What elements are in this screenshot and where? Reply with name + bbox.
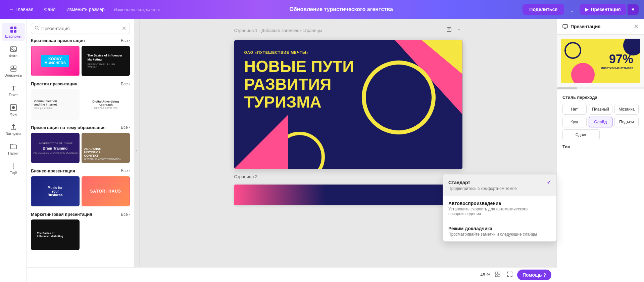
template-analyzing[interactable]: ANALYZINGHISTORICALCONTEXT HISTORY CLASS… — [82, 133, 130, 163]
dropdown-standard[interactable]: Стандарт ✓ Продвигайтесь в комфортном те… — [443, 174, 556, 196]
templates-grid-simple: Communicationand the Internet Slide pres… — [27, 89, 134, 119]
icon-sidebar: Шаблоны Фото Элементы — [0, 19, 27, 282]
text-icon — [9, 84, 17, 92]
file-menu-button[interactable]: Файл — [40, 5, 59, 14]
sidebar-item-elements[interactable]: Элементы — [2, 62, 25, 80]
resize-button[interactable]: Изменить размер — [62, 5, 109, 14]
section-all-creative[interactable]: Все › — [121, 38, 130, 43]
template-digital[interactable]: Digital AdvertisingApproach Type your su… — [82, 89, 130, 119]
transition-mosaic[interactable]: Мозаика — [614, 104, 639, 115]
templates-grid-creative: KOOKYMUNCHERS The Basics of Influencer M… — [27, 46, 134, 76]
background-icon — [9, 104, 17, 112]
slide1-pink-triangle — [234, 115, 288, 169]
chevron-right-icon-education: › — [129, 125, 130, 130]
template-influencer[interactable]: The Basics of Influencer Marketing PRESE… — [82, 46, 130, 76]
check-icon: ✓ — [547, 179, 551, 186]
transition-circle[interactable]: Круг — [562, 117, 587, 127]
section-title-education: Презентация на тему образования — [31, 125, 106, 130]
transition-none[interactable]: Нет — [562, 104, 587, 115]
sidebar-item-uploads[interactable]: Загрузки — [2, 120, 25, 138]
right-panel-title: Презентация — [562, 24, 600, 29]
section-header-marketing: Маркетинговая презентация Все › — [27, 212, 134, 217]
right-panel-header: Презентация ✕ — [557, 19, 644, 35]
slide2-partial[interactable] — [234, 185, 462, 205]
transition-smooth[interactable]: Плавный — [589, 104, 613, 115]
transition-lift[interactable]: Подъем — [614, 117, 639, 127]
section-simple: Простая презентация Все › Communicationa… — [27, 81, 134, 119]
template-basics2[interactable]: The Basics ofInfluencer Marketing — [31, 219, 80, 250]
transition-shift[interactable]: Сдвиг — [562, 129, 600, 140]
sidebar-item-more[interactable]: Ещё — [2, 159, 25, 177]
panel-collapse-handle[interactable]: ‹ — [134, 19, 140, 282]
download-button[interactable]: ↓ — [567, 4, 577, 15]
section-all-business[interactable]: Все › — [121, 168, 130, 173]
dropdown-presenter-title: Режим докладчика — [448, 226, 551, 231]
home-button[interactable]: ← Главная — [5, 5, 37, 14]
section-all-marketing[interactable]: Все › — [121, 212, 130, 217]
right-panel-close-button[interactable]: ✕ — [634, 23, 639, 30]
template-influencer-label: The Basics of Influencer Marketing — [88, 54, 124, 62]
sidebar-item-text[interactable]: Текст — [2, 81, 25, 99]
page1-label: Страница 1 - Добавьте заголовок страницы — [234, 28, 322, 33]
template-music[interactable]: Music forYourBusiness — [31, 176, 80, 206]
chevron-right-icon-business: › — [129, 168, 130, 173]
share-button[interactable]: Поделиться — [523, 4, 564, 15]
templates-grid-marketing: The Basics ofInfluencer Marketing — [27, 219, 134, 250]
presentation-type-dropdown: Стандарт ✓ Продвигайтесь в комфортном те… — [443, 174, 557, 242]
search-icon — [35, 26, 39, 32]
svg-point-11 — [13, 164, 14, 165]
slide1[interactable]: ОАО «ПУТЕШЕСТВИЕ МЕЧТЫ» НОВЫЕ ПУТИ РАЗВИ… — [234, 40, 462, 169]
section-all-simple[interactable]: Все › — [121, 82, 130, 86]
page-notes-button[interactable] — [444, 26, 454, 35]
slide1-container: ОАО «ПУТЕШЕСТВИЕ МЕЧТЫ» НОВЫЕ ПУТИ РАЗВИ… — [234, 40, 462, 169]
present-icon: ▶ — [585, 7, 589, 12]
section-business: Бизнес-презентация Все › Music forYourBu… — [27, 168, 134, 206]
chevron-right-icon-simple: › — [129, 82, 130, 86]
section-all-education[interactable]: Все › — [121, 125, 130, 130]
template-communication[interactable]: Communicationand the Internet Slide pres… — [31, 89, 80, 119]
panel-scrollbar[interactable] — [557, 87, 644, 89]
fullscreen-button[interactable] — [505, 270, 514, 280]
template-brain-label: Brain Training — [33, 146, 78, 150]
svg-point-6 — [11, 66, 13, 69]
sidebar-item-folders[interactable]: Папки — [2, 140, 25, 158]
thumb-circle-1 — [564, 42, 581, 59]
template-basics2-label: The Basics ofInfluencer Marketing — [37, 232, 73, 238]
page-expand-button[interactable]: ↑ — [456, 26, 462, 35]
transition-grid-row2: Круг Слайд Подъем — [562, 117, 639, 127]
page1-header: Страница 1 - Добавьте заголовок страницы… — [234, 26, 462, 35]
transition-grid-row3: Сдвиг — [562, 129, 639, 140]
sidebar-item-templates[interactable]: Шаблоны — [2, 23, 25, 41]
svg-rect-18 — [498, 272, 500, 274]
present-button[interactable]: ▶ Презентация — [580, 4, 626, 15]
present-dropdown-button[interactable]: ▼ — [628, 4, 639, 15]
search-clear-button[interactable]: ✕ — [122, 25, 126, 32]
template-influencer-sub: PRESENTED BY: JULIAN WALKER — [88, 63, 124, 68]
dropdown-presenter[interactable]: Режим докладчика Просматривайте заметки … — [443, 221, 556, 241]
sidebar-item-photo[interactable]: Фото — [2, 42, 25, 61]
svg-rect-16 — [563, 25, 567, 28]
template-brain[interactable]: UNIVERSITY OF ST. DIVINE Brain Training … — [31, 133, 80, 163]
transition-slide[interactable]: Слайд — [589, 117, 613, 127]
grid-view-button[interactable] — [493, 270, 502, 280]
thumb-subtext: позитивных отзывов — [601, 66, 633, 70]
template-digital-label: Digital AdvertisingApproach — [92, 100, 119, 107]
type-label: Тип — [562, 144, 639, 149]
help-button[interactable]: Помощь ? — [517, 270, 551, 280]
svg-point-5 — [12, 48, 13, 49]
slide1-title: НОВЫЕ ПУТИ РАЗВИТИЯ ТУРИЗМА — [244, 58, 354, 111]
page2-header: Страница 2 — [234, 174, 462, 179]
template-satori[interactable]: SATORI HAUS — [82, 176, 130, 206]
svg-rect-15 — [447, 28, 451, 32]
template-kooky-label: KOOKYMUNCHERS — [41, 55, 69, 67]
sidebar-item-background[interactable]: Фон — [2, 101, 25, 119]
canvas-area: Страница 1 - Добавьте заголовок страницы… — [140, 19, 557, 282]
dropdown-autoplay[interactable]: Автовоспроизведение Установить скорость … — [443, 196, 556, 221]
template-kooky[interactable]: KOOKYMUNCHERS — [31, 46, 80, 76]
template-satori-label: SATORI HAUS — [90, 189, 121, 194]
bottom-bar: 45 % Помощь ? — [27, 267, 557, 282]
svg-rect-0 — [10, 27, 13, 29]
dropdown-autoplay-title: Автовоспроизведение — [448, 201, 551, 206]
chevron-left-icon: ← — [9, 7, 14, 12]
search-input[interactable]: Презентация — [41, 26, 120, 31]
